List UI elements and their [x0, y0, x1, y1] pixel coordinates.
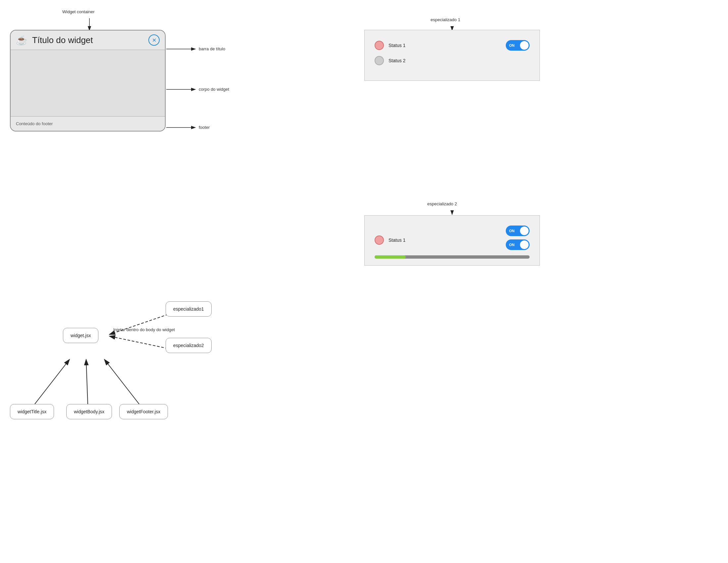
esp2-toggle2-switch[interactable]: ON	[506, 239, 530, 250]
diagram-especializado1-label: especializado1	[173, 306, 204, 312]
esp2-toggle2-knob	[520, 240, 529, 249]
widget-container-label: Widget container	[62, 9, 95, 14]
esp2-toggle1-switch[interactable]: ON	[506, 226, 530, 236]
widget-icon: ☕	[16, 35, 27, 46]
diagram-especializado2-label: especializado2	[173, 343, 204, 348]
widget-title-jsx-box: widgetTitle.jsx	[10, 404, 54, 419]
barra-de-titulo-label: barra de título	[199, 46, 225, 51]
widget-footer: Conteúdo do footer	[11, 116, 165, 131]
widget-title-jsx-label: widgetTitle.jsx	[18, 409, 46, 414]
especializado1-label-top: especializado 1	[431, 17, 460, 22]
diagram-especializado1-box: especializado1	[166, 301, 212, 317]
widget-jsx-box: widget.jsx	[63, 328, 98, 343]
widget-close-button[interactable]: ✕	[148, 34, 160, 46]
widget-title-bar: ☕ Título do widget ✕	[11, 30, 165, 50]
status2-circle	[375, 56, 384, 65]
esp2-toggle1-label: ON	[509, 229, 515, 233]
esp2-toggle2-label: ON	[509, 243, 515, 247]
widget-body-jsx-box: widgetBody.jsx	[66, 404, 112, 419]
progress-bar	[375, 255, 530, 259]
widget-container: ☕ Título do widget ✕ Conteúdo do footer	[10, 30, 166, 131]
svg-line-9	[109, 336, 172, 349]
widget-body-jsx-label: widgetBody.jsx	[74, 409, 104, 414]
corpo-do-widget-label: corpo do widget	[199, 87, 229, 92]
progress-bar-fill	[375, 255, 406, 259]
status1-circle	[375, 41, 384, 50]
toggle1-switch[interactable]: ON	[506, 40, 530, 51]
svg-line-11	[86, 359, 88, 404]
status2-row: Status 2	[375, 56, 530, 65]
widget-title-text: Título do widget	[32, 35, 148, 45]
esp2-status1-circle	[375, 235, 384, 245]
widget-footer-jsx-box: widgetFooter.jsx	[119, 404, 168, 419]
inject-label: Injetar dentro do body do widget	[113, 327, 175, 332]
especializado2-box: Status 1 ON ON	[364, 215, 540, 266]
toggle1-on-label: ON	[509, 43, 515, 47]
widget-footer-jsx-label: widgetFooter.jsx	[127, 409, 160, 414]
status1-row: Status 1 ON	[375, 40, 530, 51]
footer-label: footer	[199, 125, 210, 130]
status2-label: Status 2	[389, 58, 530, 63]
widget-jsx-label: widget.jsx	[71, 333, 91, 338]
esp2-toggle1-knob	[520, 227, 529, 235]
svg-line-12	[104, 359, 139, 404]
esp2-status1-label: Status 1	[389, 237, 506, 243]
widget-body	[11, 50, 165, 116]
especializado1-box: Status 1 ON Status 2	[364, 30, 540, 81]
diagram-especializado2-box: especializado2	[166, 338, 212, 353]
status1-label: Status 1	[389, 43, 506, 48]
svg-line-10	[35, 359, 70, 404]
especializado2-label-top: especializado 2	[427, 201, 457, 206]
toggle1-knob	[520, 41, 529, 50]
